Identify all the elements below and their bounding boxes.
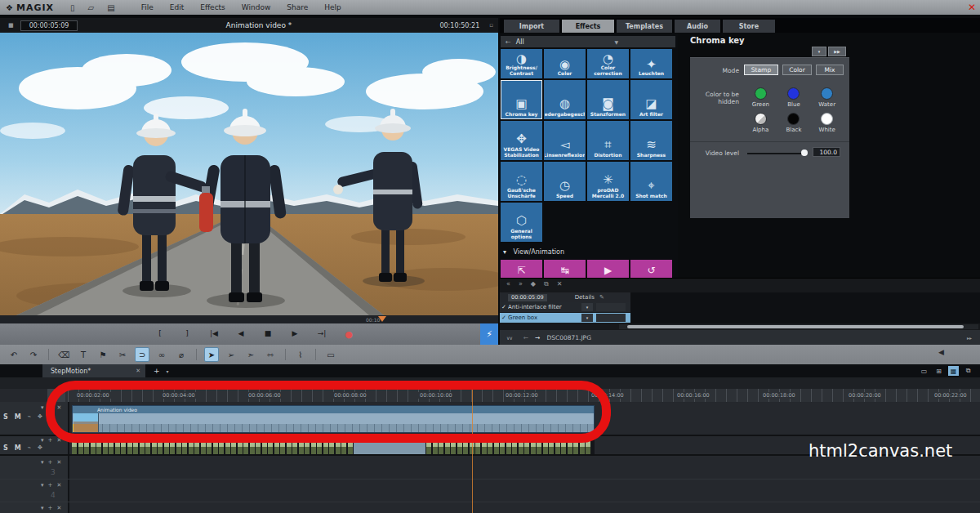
water-color-dot[interactable] <box>821 87 833 100</box>
effect-tile-gau-sche-unsch-rfe[interactable]: ◌Gauß'sche Unschärfe <box>501 162 542 201</box>
razor-icon[interactable]: ✂ <box>115 347 130 362</box>
checkbox-icon[interactable]: ✓ <box>500 314 508 321</box>
color-option-blue[interactable]: Blue <box>787 87 800 108</box>
keyframe-timecode[interactable]: 00:00:05:09 <box>508 294 547 301</box>
effect-tile-speed[interactable]: ◷Speed <box>544 162 586 201</box>
keyframe-row-anti-interlace-filter[interactable]: ✓Anti-interlace filter▾ <box>500 302 630 313</box>
project-tab-dropdown-icon[interactable]: ▾ <box>167 368 169 374</box>
keyframe-scrollbar[interactable] <box>619 324 978 329</box>
tab-store[interactable]: Store <box>723 20 775 33</box>
track-add-icon[interactable]: + <box>48 505 53 511</box>
previous-frame-button[interactable]: ◀ <box>233 329 249 340</box>
collapse-icon[interactable]: ▾ <box>503 248 506 256</box>
curve-mouse-icon[interactable]: ➣ <box>243 347 258 362</box>
color-option-black[interactable]: Black <box>786 113 802 133</box>
mark-out-button[interactable]: ] <box>179 329 195 340</box>
add-project-tab-button[interactable]: + <box>154 367 160 375</box>
tab-audio[interactable]: Audio <box>675 20 720 33</box>
effect-tile-art-filter[interactable]: ◪Art filter <box>630 80 672 119</box>
effect-tile-wiedergabegesch[interactable]: ◍Wiedergabegesch... <box>544 80 586 119</box>
mute-button[interactable]: M <box>15 413 21 421</box>
back-icon[interactable]: ← <box>506 38 511 46</box>
green-color-dot[interactable] <box>755 87 767 100</box>
menu-file[interactable]: File <box>141 3 154 11</box>
mark-in-button[interactable]: [ <box>152 329 168 340</box>
tab-templates[interactable]: Templates <box>617 20 672 33</box>
checkbox-icon[interactable]: ✓ <box>500 304 508 310</box>
record-button[interactable]: ● <box>341 329 357 340</box>
save-project-icon[interactable]: ▤ <box>107 3 114 12</box>
track-close-icon[interactable]: ✕ <box>56 459 61 466</box>
mixer-icon[interactable]: ▦ <box>948 366 959 376</box>
keyframe-row-value[interactable] <box>596 314 626 322</box>
effects-category-bar[interactable]: ← All ▼ <box>501 36 675 47</box>
group-icon[interactable]: ∞ <box>154 347 169 362</box>
stop-button[interactable]: ■ <box>260 329 276 340</box>
view-animation-tile[interactable]: ▶ <box>587 260 629 278</box>
preview-stop-icon[interactable]: ■ <box>8 22 14 29</box>
track-lock-icon[interactable]: ⌁ <box>28 444 31 452</box>
menu-help[interactable]: Help <box>324 3 341 11</box>
menu-share[interactable]: Share <box>287 3 308 11</box>
zoom-range-icon[interactable]: ▭ <box>323 347 338 362</box>
color-option-white[interactable]: White <box>818 113 835 133</box>
panel-collapse-button[interactable]: ▾ <box>812 47 826 56</box>
program-monitor-button[interactable]: ⚡ <box>480 323 498 345</box>
effect-tile-prodad-mercalli-2-0[interactable]: ✳proDAD Mercalli 2.0 <box>587 162 629 201</box>
track-lock-icon[interactable]: ⌁ <box>28 413 31 421</box>
play-button[interactable]: ▶ <box>287 329 303 340</box>
next-keyframe-icon[interactable]: » <box>519 280 523 288</box>
delete-keyframe-icon[interactable]: ✕ <box>557 280 563 288</box>
window-close-button[interactable]: ✕ <box>968 2 976 13</box>
mode-mix-button[interactable]: Mix <box>816 65 844 75</box>
black-color-dot[interactable] <box>787 113 800 125</box>
effect-tile-shot-match[interactable]: ⌖Shot match <box>630 162 672 201</box>
solo-button[interactable]: S <box>3 444 8 452</box>
white-color-dot[interactable] <box>821 113 833 125</box>
effect-tile-linsenreflexion[interactable]: ◅Linsenreflexion <box>544 121 586 160</box>
video-level-slider[interactable] <box>747 153 804 154</box>
current-timecode[interactable]: 00:00:05:09 <box>20 20 78 31</box>
track-menu-icon[interactable]: ▾ <box>41 437 44 444</box>
video-preview-frame[interactable] <box>0 33 498 315</box>
open-project-icon[interactable]: ▱ <box>88 3 95 12</box>
preview-scrub-bar[interactable]: 00:10 <box>0 315 498 323</box>
marker-icon[interactable]: ⚑ <box>96 347 110 362</box>
effect-tile-leuchten[interactable]: ✦Leuchten <box>630 49 672 78</box>
preview-monitor-icon[interactable]: ▭ <box>919 366 929 376</box>
track-menu-icon[interactable]: ▾ <box>41 482 44 488</box>
previous-keyframe-icon[interactable]: « <box>506 280 510 288</box>
color-option-green[interactable]: Green <box>752 87 769 108</box>
chevron-down-icon[interactable]: ▼ <box>614 39 618 45</box>
effect-tile-general-options[interactable]: ⬡General options <box>501 203 542 242</box>
track-add-icon[interactable]: + <box>48 459 53 466</box>
overview-icon[interactable]: ⊞ <box>933 366 944 376</box>
blue-color-dot[interactable] <box>787 87 800 100</box>
keyframe-curve-area[interactable] <box>630 292 980 323</box>
menu-effects[interactable]: Effects <box>200 3 225 11</box>
project-tab-close-icon[interactable]: ✕ <box>136 368 140 374</box>
mode-stamp-button[interactable]: Stamp <box>744 65 778 75</box>
chevron-down-icon[interactable]: ▾ <box>581 303 593 311</box>
mouse-mode-icon[interactable]: ➤ <box>204 347 219 362</box>
track-menu-icon[interactable]: ▾ <box>41 404 44 411</box>
track-transpose-icon[interactable]: ✥ <box>38 444 42 452</box>
magnet-icon[interactable]: ⊃ <box>135 347 149 362</box>
audio-tool-icon[interactable]: ⌇ <box>293 347 308 362</box>
menu-edit[interactable]: Edit <box>170 3 184 11</box>
view-animation-tile[interactable]: ↺ <box>630 260 672 278</box>
effect-tile-stanzformen[interactable]: ◙Stanzformen <box>587 80 629 119</box>
track-add-icon[interactable]: + <box>48 437 53 444</box>
mode-color-button[interactable]: Color <box>782 65 812 75</box>
stretch-mouse-icon[interactable]: ⇿ <box>263 347 278 362</box>
effect-tile-color[interactable]: ◉Color <box>544 49 586 78</box>
effect-tile-chroma-key[interactable]: ▣Chroma key <box>501 80 542 119</box>
solo-button[interactable]: S <box>3 413 8 421</box>
color-option-alpha[interactable]: Alpha <box>752 113 768 133</box>
next-object-icon[interactable]: → <box>535 334 540 341</box>
mute-button[interactable]: M <box>15 444 21 452</box>
tab-effects[interactable]: Effects <box>562 20 614 33</box>
jump-to-end-button[interactable]: →| <box>314 329 330 340</box>
video-level-slider-handle[interactable] <box>801 149 808 156</box>
chevron-down-icon[interactable]: ▾ <box>581 314 593 322</box>
